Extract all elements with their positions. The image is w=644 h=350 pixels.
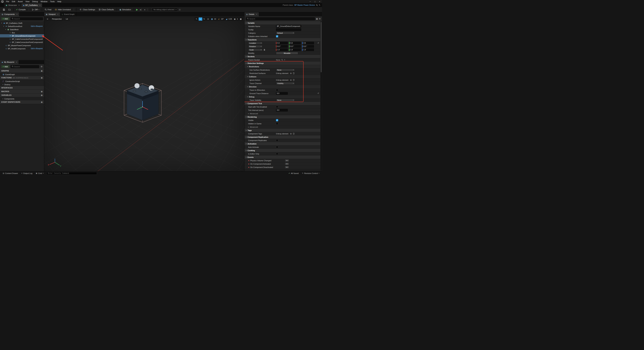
section-header[interactable]: ▾Cooking <box>244 149 320 152</box>
add-icon[interactable]: ⊕ <box>41 90 43 93</box>
browse-button[interactable] <box>7 7 12 12</box>
details-settings-gear-icon[interactable]: ⚙ <box>319 18 321 20</box>
parent-class-link[interactable]: BP Master Power Device <box>294 4 315 6</box>
checkbox[interactable] <box>276 89 278 91</box>
myblueprint-section-header[interactable]: MACROS⊕ <box>0 90 44 93</box>
tab-my-blueprint[interactable]: ◆ My Blueprint × <box>0 60 19 64</box>
dropdown[interactable]: None▾ <box>276 99 295 101</box>
number-field[interactable]: 5.0 <box>276 92 288 95</box>
subsection-header[interactable]: ▾Direction <box>244 85 320 88</box>
camera-speed-icon[interactable]: ◉ <box>233 17 236 21</box>
select-tool-icon[interactable]: ↖ <box>195 17 198 21</box>
myblueprint-section-header[interactable]: GRAPHS⊕ <box>0 69 44 73</box>
menu-debug[interactable]: Debug <box>31 0 39 2</box>
my-blueprint-search-input[interactable] <box>14 66 38 68</box>
number-field[interactable]: 0.0 <box>276 109 288 111</box>
menu-window[interactable]: Window <box>39 0 49 2</box>
vector-y-field[interactable]: 0.0 ° <box>289 45 301 48</box>
scale-snap-icon[interactable]: ◢ <box>225 17 228 21</box>
expander-icon[interactable]: ▾ <box>1 22 3 24</box>
tab-bp-carbattery[interactable]: ◆ BP_CarBattery × <box>22 3 42 7</box>
add-icon[interactable]: ⊕ <box>41 70 43 72</box>
component-row[interactable]: ◇BP_HealthComponentEdit in Blueprint <box>0 47 44 50</box>
myblueprint-section-header[interactable]: EVENT DISPATCHERS⊕ <box>0 100 44 104</box>
text-field[interactable]: BP_GroundDetectComponent <box>276 25 301 27</box>
details-search[interactable] <box>246 17 315 20</box>
close-tab-icon[interactable]: × <box>18 4 20 6</box>
diff-button[interactable]: Diff▾ <box>30 7 41 12</box>
add-icon[interactable]: ⊕ <box>41 94 43 96</box>
close-tab-icon[interactable]: × <box>57 13 58 15</box>
close-icon[interactable]: × <box>317 0 322 2</box>
compile-button[interactable]: ✔Compile <box>14 7 27 12</box>
expander-icon[interactable]: ▾ <box>3 25 5 27</box>
tab-viewport[interactable]: ▦ Viewport × <box>44 12 60 16</box>
close-tab-icon[interactable]: × <box>16 13 18 15</box>
add-element-icon[interactable]: ⊕ <box>290 72 292 74</box>
settings-gear-icon[interactable]: ⚙ <box>40 65 43 68</box>
dropdown[interactable]: Default▾ <box>276 32 295 34</box>
section-header[interactable]: ▾Tags <box>244 129 320 132</box>
add-element-icon[interactable]: ⊕ <box>290 133 292 135</box>
search-icon[interactable] <box>316 4 318 6</box>
myblueprint-section-header[interactable]: INTERFACES <box>0 86 44 90</box>
mobility-movable-button[interactable]: Movable <box>276 52 298 54</box>
reset-to-default-icon[interactable]: ↺ <box>318 42 319 44</box>
section-header[interactable]: ▾Detection Settings <box>244 61 320 65</box>
add-event-button[interactable]: + <box>285 159 289 162</box>
play-button[interactable]: ▶ <box>135 8 139 11</box>
expander-icon[interactable]: ▸ <box>248 126 249 128</box>
compile-options-icon[interactable]: ⋮ <box>28 8 30 11</box>
text-field[interactable] <box>276 28 301 31</box>
components-search[interactable] <box>10 17 43 20</box>
section-header[interactable]: ▾Activation <box>244 142 320 145</box>
subsection-header[interactable]: ▾Debug <box>244 95 320 98</box>
vector-x-field[interactable]: 1.0 <box>276 48 288 51</box>
add-icon[interactable]: ⊕ <box>41 101 43 103</box>
menu-file[interactable]: File <box>5 0 10 2</box>
hide-unrelated-options-icon[interactable]: ⋮ <box>72 8 75 11</box>
delete-elements-icon[interactable] <box>293 72 295 74</box>
unreal-logo-icon[interactable] <box>1 0 4 3</box>
add-icon[interactable]: ⊕ <box>41 77 43 79</box>
vector-x-field[interactable]: 0.0 ° <box>276 45 288 48</box>
class-settings-button[interactable]: ⚙Class Settings <box>78 7 96 12</box>
section-header[interactable]: ▾Transform <box>244 38 320 41</box>
vector-y-field[interactable]: 0.0 <box>289 42 301 44</box>
debug-world-icon[interactable]: ◎ <box>178 8 181 11</box>
maximize-viewport-icon[interactable]: ▣ <box>239 17 242 21</box>
display-filter-icon[interactable]: ▦ <box>316 18 318 20</box>
details-search-input[interactable] <box>249 18 314 20</box>
checkbox[interactable]: ✔ <box>276 35 278 37</box>
tab-details[interactable]: ▤ Details × <box>244 12 259 16</box>
vector-y-field[interactable]: 1.0 <box>289 48 301 51</box>
checkbox[interactable] <box>276 139 278 141</box>
my-blueprint-search[interactable] <box>10 65 39 68</box>
edit-in-blueprint-link[interactable]: Edit in Blueprint <box>31 48 44 49</box>
vector-z-field[interactable]: 0.0 ° <box>302 45 314 48</box>
subsection-header[interactable]: ▾Restrictions <box>244 65 320 68</box>
component-row[interactable]: ▾◆BP_CarBattery (Self) <box>0 21 44 25</box>
component-row[interactable]: ◇BP_MasterPowerComponent <box>0 44 44 47</box>
scale-tool-icon[interactable]: ⊡ <box>206 17 210 21</box>
add-element-icon[interactable]: ⊕ <box>290 79 292 81</box>
vector-z-field[interactable]: 1.0 <box>302 48 314 51</box>
cmd-dropdown[interactable]: ▣ Cmd ▾ <box>34 171 45 175</box>
component-row[interactable]: ▾✦DefaultSceneRootEdit in Blueprint <box>0 25 44 28</box>
myblueprint-section-header[interactable]: VARIABLES⊕ <box>0 93 44 97</box>
stop-button[interactable]: ■ <box>144 9 146 10</box>
maximize-icon[interactable]: □ <box>312 0 317 2</box>
delete-elements-icon[interactable] <box>293 79 295 81</box>
add-component-button[interactable]: + Add <box>1 17 10 20</box>
expander-icon[interactable]: ▸ <box>3 98 4 99</box>
find-button[interactable]: Find <box>43 7 53 12</box>
expander-icon[interactable]: ▾ <box>5 29 7 30</box>
checkbox[interactable] <box>276 146 278 148</box>
dropdown[interactable]: None▾ <box>276 69 295 71</box>
component-row[interactable]: ▾▦StaticMesh <box>0 28 44 31</box>
edit-icon[interactable]: ✎ <box>319 4 320 6</box>
socket-picker-icon[interactable] <box>281 59 283 61</box>
content-drawer-button[interactable]: ▤ Content Drawer <box>1 171 20 175</box>
console-command-input[interactable] <box>46 172 97 175</box>
components-search-input[interactable] <box>14 18 42 20</box>
